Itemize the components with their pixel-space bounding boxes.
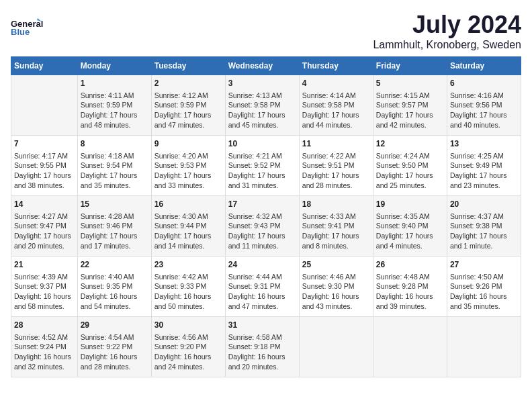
day-number: 9 — [154, 138, 222, 150]
title-block: July 2024 Lammhult, Kronoberg, Sweden — [44, 11, 521, 51]
day-number: 19 — [376, 199, 444, 210]
calendar-cell: 20Sunrise: 4:37 AM Sunset: 9:38 PM Dayli… — [447, 196, 521, 257]
day-number: 10 — [228, 138, 296, 150]
page-header: General Blue GeneralBlue July 2024 Lammh… — [11, 11, 521, 51]
week-row-2: 7Sunrise: 4:17 AM Sunset: 9:55 PM Daylig… — [11, 136, 521, 196]
cell-details: Sunrise: 4:22 AM Sunset: 9:51 PM Dayligh… — [302, 151, 370, 191]
header-day-tuesday: Tuesday — [151, 57, 225, 75]
calendar-cell: 28Sunrise: 4:52 AM Sunset: 9:24 PM Dayli… — [11, 317, 78, 377]
cell-details: Sunrise: 4:14 AM Sunset: 9:58 PM Dayligh… — [302, 91, 370, 130]
cell-details: Sunrise: 4:30 AM Sunset: 9:44 PM Dayligh… — [154, 212, 222, 251]
calendar-cell: 23Sunrise: 4:42 AM Sunset: 9:33 PM Dayli… — [151, 257, 225, 317]
days-header-row: SundayMondayTuesdayWednesdayThursdayFrid… — [11, 57, 521, 75]
day-number: 28 — [14, 320, 75, 331]
cell-details: Sunrise: 4:33 AM Sunset: 9:41 PM Dayligh… — [302, 212, 370, 251]
calendar-cell — [299, 317, 373, 377]
cell-details: Sunrise: 4:58 AM Sunset: 9:18 PM Dayligh… — [228, 332, 296, 372]
cell-details: Sunrise: 4:50 AM Sunset: 9:26 PM Dayligh… — [450, 272, 518, 312]
cell-details: Sunrise: 4:39 AM Sunset: 9:37 PM Dayligh… — [14, 272, 75, 312]
calendar-cell — [373, 317, 447, 377]
day-number: 21 — [14, 259, 75, 271]
day-number: 12 — [376, 138, 444, 150]
calendar-cell: 16Sunrise: 4:30 AM Sunset: 9:44 PM Dayli… — [151, 196, 225, 257]
day-number: 18 — [302, 199, 370, 210]
header-day-sunday: Sunday — [11, 57, 78, 75]
month-year: July 2024 — [44, 11, 521, 39]
cell-details: Sunrise: 4:44 AM Sunset: 9:31 PM Dayligh… — [228, 272, 296, 312]
calendar-cell: 30Sunrise: 4:56 AM Sunset: 9:20 PM Dayli… — [151, 317, 225, 377]
week-row-5: 28Sunrise: 4:52 AM Sunset: 9:24 PM Dayli… — [11, 317, 521, 377]
day-number: 25 — [302, 259, 370, 271]
day-number: 31 — [228, 320, 296, 331]
day-number: 17 — [228, 199, 296, 210]
cell-details: Sunrise: 4:54 AM Sunset: 9:22 PM Dayligh… — [81, 332, 148, 372]
cell-details: Sunrise: 4:11 AM Sunset: 9:59 PM Dayligh… — [81, 91, 148, 130]
cell-details: Sunrise: 4:17 AM Sunset: 9:55 PM Dayligh… — [14, 151, 75, 191]
cell-details: Sunrise: 4:24 AM Sunset: 9:50 PM Dayligh… — [376, 151, 444, 191]
header-day-saturday: Saturday — [447, 57, 521, 75]
calendar-cell: 7Sunrise: 4:17 AM Sunset: 9:55 PM Daylig… — [11, 136, 78, 196]
day-number: 23 — [154, 259, 222, 271]
day-number: 30 — [154, 320, 222, 331]
logo: General Blue — [11, 11, 44, 44]
day-number: 16 — [154, 199, 222, 210]
cell-details: Sunrise: 4:48 AM Sunset: 9:28 PM Dayligh… — [376, 272, 444, 312]
calendar-cell: 5Sunrise: 4:15 AM Sunset: 9:57 PM Daylig… — [373, 75, 447, 136]
day-number: 1 — [81, 78, 148, 89]
day-number: 13 — [450, 138, 518, 150]
day-number: 7 — [14, 138, 75, 150]
calendar-cell: 21Sunrise: 4:39 AM Sunset: 9:37 PM Dayli… — [11, 257, 78, 317]
cell-details: Sunrise: 4:21 AM Sunset: 9:52 PM Dayligh… — [228, 151, 296, 191]
day-number: 6 — [450, 78, 518, 89]
calendar-cell: 22Sunrise: 4:40 AM Sunset: 9:35 PM Dayli… — [77, 257, 151, 317]
day-number: 3 — [228, 78, 296, 89]
calendar-cell: 11Sunrise: 4:22 AM Sunset: 9:51 PM Dayli… — [299, 136, 373, 196]
calendar-cell: 26Sunrise: 4:48 AM Sunset: 9:28 PM Dayli… — [373, 257, 447, 317]
calendar-cell: 2Sunrise: 4:12 AM Sunset: 9:59 PM Daylig… — [151, 75, 225, 136]
day-number: 27 — [450, 259, 518, 271]
cell-details: Sunrise: 4:13 AM Sunset: 9:58 PM Dayligh… — [228, 91, 296, 130]
cell-details: Sunrise: 4:20 AM Sunset: 9:53 PM Dayligh… — [154, 151, 222, 191]
calendar-cell: 18Sunrise: 4:33 AM Sunset: 9:41 PM Dayli… — [299, 196, 373, 257]
day-number: 5 — [376, 78, 444, 89]
week-row-1: 1Sunrise: 4:11 AM Sunset: 9:59 PM Daylig… — [11, 75, 521, 136]
week-row-3: 14Sunrise: 4:27 AM Sunset: 9:47 PM Dayli… — [11, 196, 521, 257]
cell-details: Sunrise: 4:15 AM Sunset: 9:57 PM Dayligh… — [376, 91, 444, 130]
cell-details: Sunrise: 4:28 AM Sunset: 9:46 PM Dayligh… — [81, 212, 148, 251]
cell-details: Sunrise: 4:25 AM Sunset: 9:49 PM Dayligh… — [450, 151, 518, 191]
calendar-cell: 15Sunrise: 4:28 AM Sunset: 9:46 PM Dayli… — [77, 196, 151, 257]
cell-details: Sunrise: 4:16 AM Sunset: 9:56 PM Dayligh… — [450, 91, 518, 130]
day-number: 2 — [154, 78, 222, 89]
cell-details: Sunrise: 4:32 AM Sunset: 9:43 PM Dayligh… — [228, 212, 296, 251]
day-number: 4 — [302, 78, 370, 89]
calendar-cell: 10Sunrise: 4:21 AM Sunset: 9:52 PM Dayli… — [225, 136, 299, 196]
calendar-cell: 17Sunrise: 4:32 AM Sunset: 9:43 PM Dayli… — [225, 196, 299, 257]
cell-details: Sunrise: 4:27 AM Sunset: 9:47 PM Dayligh… — [14, 212, 75, 251]
header-day-friday: Friday — [373, 57, 447, 75]
day-number: 26 — [376, 259, 444, 271]
day-number: 14 — [14, 199, 75, 210]
calendar-cell: 31Sunrise: 4:58 AM Sunset: 9:18 PM Dayli… — [225, 317, 299, 377]
day-number: 29 — [81, 320, 148, 331]
calendar-cell: 19Sunrise: 4:35 AM Sunset: 9:40 PM Dayli… — [373, 196, 447, 257]
location: Lammhult, Kronoberg, Sweden — [44, 39, 521, 51]
day-number: 20 — [450, 199, 518, 210]
cell-details: Sunrise: 4:40 AM Sunset: 9:35 PM Dayligh… — [81, 272, 148, 312]
header-day-thursday: Thursday — [299, 57, 373, 75]
calendar-table: SundayMondayTuesdayWednesdayThursdayFrid… — [11, 56, 521, 377]
calendar-cell: 25Sunrise: 4:46 AM Sunset: 9:30 PM Dayli… — [299, 257, 373, 317]
cell-details: Sunrise: 4:46 AM Sunset: 9:30 PM Dayligh… — [302, 272, 370, 312]
header-day-monday: Monday — [77, 57, 151, 75]
calendar-cell: 12Sunrise: 4:24 AM Sunset: 9:50 PM Dayli… — [373, 136, 447, 196]
cell-details: Sunrise: 4:56 AM Sunset: 9:20 PM Dayligh… — [154, 332, 222, 372]
cell-details: Sunrise: 4:42 AM Sunset: 9:33 PM Dayligh… — [154, 272, 222, 312]
day-number: 8 — [81, 138, 148, 150]
day-number: 22 — [81, 259, 148, 271]
calendar-cell: 13Sunrise: 4:25 AM Sunset: 9:49 PM Dayli… — [447, 136, 521, 196]
calendar-cell: 14Sunrise: 4:27 AM Sunset: 9:47 PM Dayli… — [11, 196, 78, 257]
cell-details: Sunrise: 4:35 AM Sunset: 9:40 PM Dayligh… — [376, 212, 444, 251]
day-number: 11 — [302, 138, 370, 150]
logo-svg: General Blue — [11, 11, 44, 44]
calendar-cell: 8Sunrise: 4:18 AM Sunset: 9:54 PM Daylig… — [77, 136, 151, 196]
calendar-cell — [11, 75, 78, 136]
